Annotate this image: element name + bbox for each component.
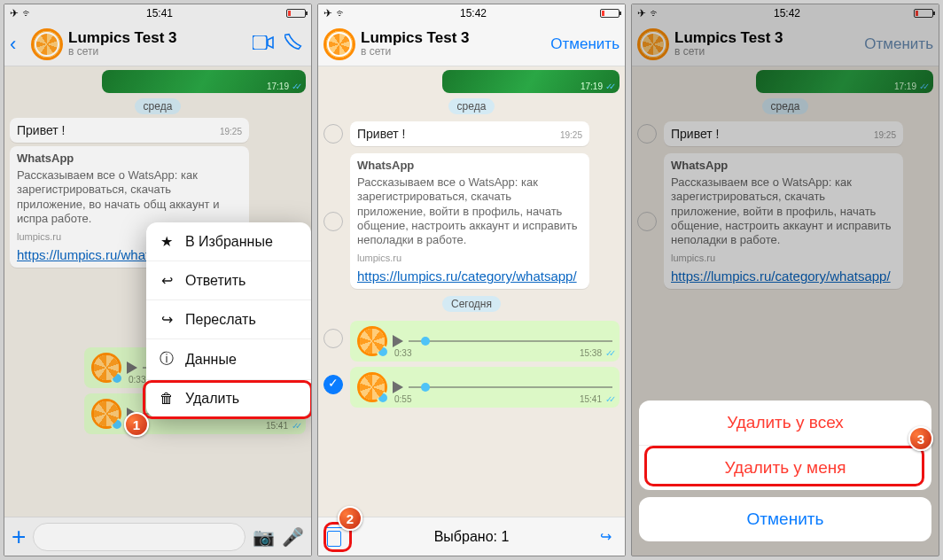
phone-1: ✈︎ᯤ 15:41 ‹ Lumpics Test 3 в сети 17:19 …	[4, 4, 312, 556]
date-separator: среда	[448, 98, 495, 114]
delete-for-all-button[interactable]: Удалить у всех	[639, 401, 931, 446]
incoming-link-msg[interactable]: WhatsApp Рассказываем все о WatsApp: как…	[350, 153, 589, 289]
select-circle-checked[interactable]	[323, 375, 343, 394]
chat-body: 17:19 среда Привет ! 19:25 WhatsApp Расс…	[318, 66, 625, 517]
date-separator-today: Сегодня	[442, 296, 501, 312]
chat-header-edit: Lumpics Test 3 в сети Отменить	[318, 22, 625, 66]
battery-icon	[600, 9, 620, 18]
outgoing-audio-msg-2[interactable]: 0:55 15:41	[350, 367, 620, 408]
play-icon[interactable]	[393, 335, 403, 347]
step-badge-2: 2	[338, 506, 362, 531]
incoming-text-msg[interactable]: Привет ! 19:25	[350, 121, 589, 146]
selectable-row-selected[interactable]: 0:55 15:41	[323, 362, 620, 408]
menu-delete[interactable]: 🗑Удалить	[146, 380, 311, 417]
info-icon: ⓘ	[159, 350, 175, 369]
cancel-button[interactable]: Отменить	[550, 35, 620, 53]
outgoing-image-msg[interactable]: 17:19	[442, 70, 620, 93]
menu-info[interactable]: ⓘДанные	[146, 339, 311, 380]
select-circle[interactable]	[323, 212, 343, 231]
outgoing-audio-msg-1[interactable]: 0:33 15:38	[350, 321, 620, 362]
read-ticks-icon	[605, 82, 612, 91]
chat-title-block[interactable]: Lumpics Test 3 в сети	[361, 30, 545, 58]
edit-footer: Выбрано: 1 ↪	[318, 517, 625, 556]
selectable-row[interactable]: WhatsApp Рассказываем все о WatsApp: как…	[323, 150, 620, 292]
selectable-row[interactable]: 0:33 15:38	[323, 315, 620, 362]
select-circle[interactable]	[323, 124, 343, 144]
chat-presence: в сети	[361, 46, 545, 58]
selection-count: Выбрано: 1	[350, 529, 593, 545]
forward-icon[interactable]: ↪	[600, 528, 618, 545]
trash-icon: 🗑	[159, 391, 175, 407]
star-icon: ★	[159, 233, 175, 250]
step-badge-1: 1	[124, 412, 149, 437]
status-bar: ✈︎ᯤ 15:42	[318, 4, 625, 22]
play-icon[interactable]	[393, 381, 403, 393]
step-badge-3: 3	[908, 426, 933, 451]
avatar[interactable]	[323, 28, 355, 60]
action-sheet: Удалить у всех Удалить у меня Отменить	[639, 401, 931, 548]
menu-forward[interactable]: ↪Переслать	[146, 300, 311, 339]
sheet-cancel-button[interactable]: Отменить	[639, 497, 931, 541]
link-url[interactable]: https://lumpics.ru/category/whatsapp/	[357, 268, 577, 284]
clock: 15:42	[460, 7, 487, 19]
select-circle[interactable]	[323, 329, 343, 348]
reply-icon: ↩	[159, 272, 175, 289]
chat-name: Lumpics Test 3	[361, 30, 545, 47]
delete-for-me-button[interactable]: Удалить у меня	[639, 446, 931, 490]
context-menu: ★В Избранные ↩Ответить ↪Переслать ⓘДанны…	[146, 222, 311, 417]
phone-2: ✈︎ᯤ 15:42 Lumpics Test 3 в сети Отменить…	[317, 4, 626, 556]
trash-icon[interactable]	[325, 527, 343, 547]
phone-3: ✈︎ᯤ 15:42 Lumpics Test 3 в сети Отменить…	[631, 4, 939, 556]
forward-icon: ↪	[159, 311, 175, 328]
menu-reply[interactable]: ↩Ответить	[146, 261, 311, 300]
selectable-row[interactable]: Привет ! 19:25	[323, 118, 620, 150]
menu-favorite[interactable]: ★В Избранные	[146, 222, 311, 261]
